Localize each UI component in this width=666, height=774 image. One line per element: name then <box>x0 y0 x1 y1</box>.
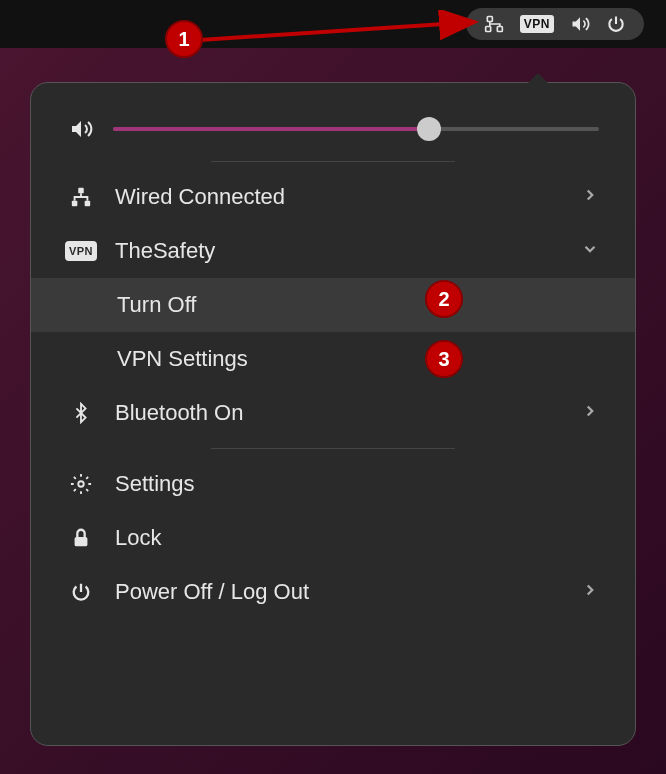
lock-label: Lock <box>115 525 161 551</box>
annotation-1: 1 <box>165 20 203 58</box>
separator <box>211 448 455 449</box>
vpn-turn-off-item[interactable]: Turn Off <box>31 278 635 332</box>
vpn-menu-item[interactable]: VPN TheSafety <box>31 224 635 278</box>
volume-fill <box>113 127 429 131</box>
power-icon <box>67 581 95 603</box>
chevron-right-icon <box>581 400 599 426</box>
system-menu-popup: Wired Connected VPN TheSafety Turn Off V… <box>30 82 636 746</box>
vpn-settings-item[interactable]: VPN Settings <box>31 332 635 386</box>
volume-row <box>31 95 635 153</box>
svg-rect-5 <box>85 201 91 207</box>
bluetooth-icon <box>67 402 95 424</box>
vpn-tray-icon: VPN <box>520 15 554 33</box>
wired-label: Wired Connected <box>115 184 285 210</box>
gear-icon <box>67 473 95 495</box>
top-bar: VPN <box>0 0 666 48</box>
vpn-icon: VPN <box>67 241 95 261</box>
chevron-right-icon <box>581 579 599 605</box>
settings-menu-item[interactable]: Settings <box>31 457 635 511</box>
volume-tray-icon <box>570 14 590 34</box>
bluetooth-label: Bluetooth On <box>115 400 243 426</box>
chevron-down-icon <box>581 238 599 264</box>
power-tray-icon <box>606 14 626 34</box>
volume-slider[interactable] <box>113 127 599 131</box>
vpn-settings-label: VPN Settings <box>117 346 248 372</box>
separator <box>211 161 455 162</box>
volume-icon <box>67 117 95 141</box>
vpn-label: TheSafety <box>115 238 215 264</box>
svg-rect-4 <box>72 201 78 207</box>
settings-label: Settings <box>115 471 195 497</box>
svg-rect-3 <box>78 188 84 194</box>
power-menu-item[interactable]: Power Off / Log Out <box>31 565 635 619</box>
lock-menu-item[interactable]: Lock <box>31 511 635 565</box>
svg-rect-1 <box>485 27 490 32</box>
network-icon <box>67 186 95 208</box>
power-label: Power Off / Log Out <box>115 579 309 605</box>
chevron-right-icon <box>581 184 599 210</box>
wired-menu-item[interactable]: Wired Connected <box>31 170 635 224</box>
annotation-2: 2 <box>425 280 463 318</box>
svg-rect-2 <box>497 27 502 32</box>
system-tray[interactable]: VPN <box>466 8 644 40</box>
svg-rect-7 <box>75 537 88 546</box>
bluetooth-menu-item[interactable]: Bluetooth On <box>31 386 635 440</box>
volume-thumb[interactable] <box>417 117 441 141</box>
vpn-turn-off-label: Turn Off <box>117 292 196 318</box>
annotation-3: 3 <box>425 340 463 378</box>
network-icon <box>484 14 504 34</box>
lock-icon <box>67 527 95 549</box>
svg-point-6 <box>78 481 84 487</box>
svg-rect-0 <box>487 17 492 22</box>
